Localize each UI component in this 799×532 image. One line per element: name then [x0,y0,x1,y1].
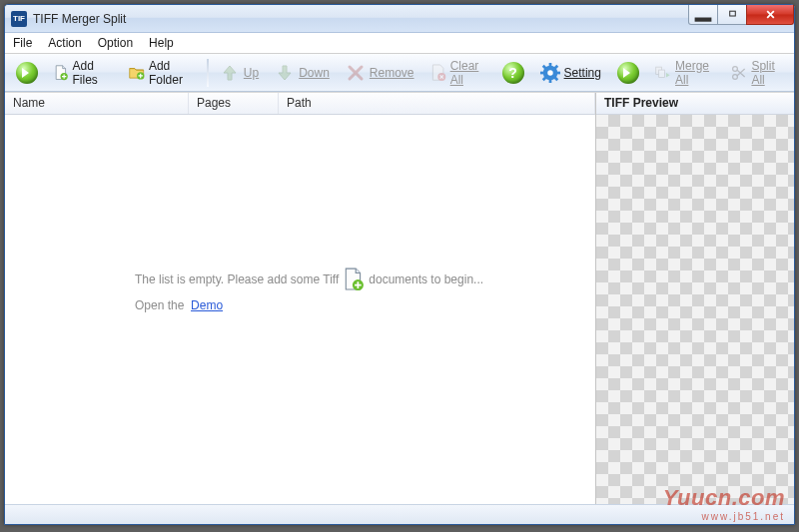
menu-file[interactable]: File [5,33,40,53]
tiff-document-icon [343,268,365,290]
play-icon [617,62,639,84]
clear-all-button[interactable]: Clear All [423,58,493,88]
svg-line-13 [542,65,545,68]
clear-all-icon [430,63,446,83]
toolbar-help-orb[interactable] [495,58,531,88]
add-folder-icon [129,63,145,83]
window-controls [689,5,794,25]
maximize-button[interactable] [717,5,747,25]
menu-option[interactable]: Option [90,33,141,53]
play-icon [16,62,38,84]
remove-button[interactable]: Remove [339,58,421,88]
split-all-button[interactable]: Split All [724,58,790,88]
svg-rect-1 [729,11,735,16]
app-icon: TIF [11,11,27,27]
svg-line-15 [554,65,557,68]
toolbar-separator [207,59,209,87]
empty-text-1a: The list is empty. Please add some Tiff [135,272,339,286]
list-body[interactable]: The list is empty. Please add some Tiff … [5,115,595,504]
split-icon [731,63,747,83]
add-folder-label: Add Folder [149,59,196,87]
empty-message: The list is empty. Please add some Tiff … [135,268,483,312]
column-pages[interactable]: Pages [189,93,279,114]
svg-line-14 [554,77,557,80]
gear-icon [540,63,560,83]
add-files-icon [54,63,68,83]
list-header: Name Pages Path [5,93,595,115]
setting-label: Setting [564,66,601,80]
menu-action[interactable]: Action [40,33,89,53]
column-path[interactable]: Path [279,93,595,114]
preview-pane: TIFF Preview [596,93,794,504]
arrow-up-icon [220,63,240,83]
minimize-button[interactable] [688,5,718,25]
add-folder-button[interactable]: Add Folder [122,58,203,88]
merge-all-label: Merge All [675,59,715,87]
remove-icon [346,63,366,83]
watermark-brand: Yuucn.com [663,485,785,511]
setting-button[interactable]: Setting [533,58,608,88]
remove-label: Remove [370,66,414,80]
svg-line-16 [542,77,545,80]
menubar: File Action Option Help [5,33,794,54]
titlebar: TIF TIFF Merger Split [5,5,794,33]
help-icon [502,62,524,84]
down-label: Down [299,66,330,80]
add-files-label: Add Files [72,59,112,87]
toolbar-orb-1[interactable] [9,58,45,88]
demo-link[interactable]: Demo [191,298,223,312]
window-title: TIFF Merger Split [33,12,126,26]
down-button[interactable]: Down [268,58,337,88]
column-name[interactable]: Name [5,93,189,114]
up-button[interactable]: Up [213,58,266,88]
file-list-pane: Name Pages Path The list is empty. Pleas… [5,93,596,504]
toolbar-orb-3[interactable] [610,58,646,88]
preview-canvas [596,115,794,504]
menu-help[interactable]: Help [141,33,182,53]
svg-point-19 [733,66,738,71]
preview-title: TIFF Preview [596,93,794,115]
merge-icon [655,63,671,83]
clear-all-label: Clear All [450,59,486,87]
empty-text-2: Open the [135,298,184,312]
toolbar: Add Files Add Folder Up Down Remove Clea… [5,54,794,92]
merge-all-button[interactable]: Merge All [648,58,722,88]
content-area: Name Pages Path The list is empty. Pleas… [5,92,794,504]
close-button[interactable] [746,5,794,25]
watermark-url: www.jb51.net [663,511,785,522]
split-all-label: Split All [751,59,783,87]
add-files-button[interactable]: Add Files [47,58,120,88]
up-label: Up [244,66,259,80]
arrow-down-icon [275,63,295,83]
app-window: TIF TIFF Merger Split File Action Option… [4,4,795,525]
watermark: Yuucn.com www.jb51.net [663,485,785,522]
svg-rect-18 [659,70,665,77]
svg-point-8 [547,70,552,75]
empty-text-1b: documents to begin... [369,272,483,286]
svg-point-20 [733,74,738,79]
